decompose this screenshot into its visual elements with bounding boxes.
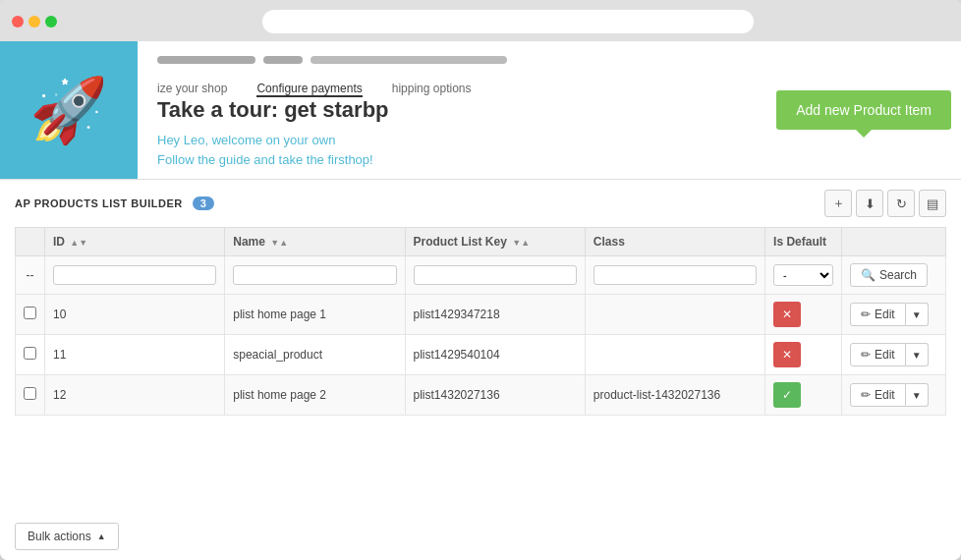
rocket-icon: 🚀 (29, 74, 108, 147)
filter-class-input[interactable] (594, 265, 757, 285)
browser-address-bar[interactable] (262, 10, 754, 33)
row-2-actions: ✏ Edit ▼ (841, 335, 945, 375)
bulk-actions-button[interactable]: Bulk actions (15, 523, 119, 550)
row-1-name: plist home page 1 (225, 295, 405, 335)
progress-pill-1 (157, 56, 255, 64)
row-3-id: 12 (45, 375, 225, 416)
browser-window: 🚀 ize your shop Configure payments hippi… (0, 0, 961, 560)
row-2-status-button[interactable]: ✕ (773, 342, 801, 367)
filter-name-input[interactable] (233, 265, 396, 285)
row-2-edit-button[interactable]: ✏ Edit (850, 343, 906, 366)
nav-link-shipping[interactable]: hipping options (392, 82, 472, 97)
plk-sort-icon[interactable]: ▼▲ (512, 238, 530, 248)
row-1-class (585, 295, 764, 335)
refresh-icon-button[interactable]: ↻ (887, 190, 915, 217)
dot-red[interactable] (12, 16, 24, 28)
table-row: 11 speacial_product plist1429540104 ✕ ✏ … (16, 335, 946, 375)
nav-link-shop[interactable]: ize your shop (157, 82, 227, 97)
count-badge: 3 (193, 196, 214, 210)
th-name-label: Name (233, 235, 265, 249)
browser-dots (12, 16, 57, 28)
row-3-is-default: ✓ (765, 375, 842, 416)
filter-name-cell (225, 256, 405, 295)
row-1-actions: ✏ Edit ▼ (841, 295, 945, 335)
th-id: ID ▲▼ (45, 228, 225, 256)
nav-link-payments[interactable]: Configure payments (256, 82, 362, 97)
row-3-name: plist home page 2 (225, 375, 405, 416)
th-checkbox (16, 228, 45, 256)
row-2-edit-group: ✏ Edit ▼ (850, 343, 937, 366)
table-row: 12 plist home page 2 plist1432027136 pro… (16, 375, 946, 416)
add-product-button[interactable]: Add new Product Item (776, 90, 951, 130)
row-3-checkbox[interactable] (24, 387, 36, 400)
th-id-label: ID (53, 235, 65, 249)
row-1-edit-dropdown[interactable]: ▼ (906, 303, 929, 326)
row-3-checkbox-cell (16, 375, 45, 416)
row-2-is-default: ✕ (765, 335, 842, 375)
subtitle-line2: Follow the guide and take the firsthop! (157, 152, 373, 167)
row-1-checkbox-cell (16, 295, 45, 335)
th-is-default-label: Is Default (773, 235, 826, 249)
filter-is-default-cell: - Yes No (765, 256, 842, 295)
database-icon-button[interactable]: ▤ (919, 190, 946, 217)
row-1-edit-label: Edit (875, 308, 895, 321)
filter-id-cell (45, 256, 225, 295)
row-2-plk: plist1429540104 (405, 335, 585, 375)
progress-pill-3 (311, 56, 507, 64)
row-2-edit-label: Edit (875, 348, 895, 362)
filter-is-default-select[interactable]: - Yes No (773, 264, 833, 286)
page-content: 🚀 ize your shop Configure payments hippi… (0, 41, 961, 560)
table-actions: ＋ ⬇ ↻ ▤ (824, 190, 946, 217)
dot-green[interactable] (45, 16, 57, 28)
th-actions (841, 228, 945, 256)
th-product-list-key: Product List Key ▼▲ (405, 228, 585, 256)
pencil-icon: ✏ (861, 388, 871, 402)
row-2-name: speacial_product (225, 335, 405, 375)
row-3-edit-button[interactable]: ✏ Edit (850, 383, 906, 407)
row-3-edit-label: Edit (875, 388, 895, 402)
row-1-plk: plist1429347218 (405, 295, 585, 335)
pencil-icon: ✏ (861, 308, 871, 321)
th-class-label: Class (594, 235, 625, 249)
progress-pill-2 (263, 56, 303, 64)
th-class: Class (585, 228, 764, 256)
search-button[interactable]: 🔍 Search (850, 263, 928, 287)
dot-yellow[interactable] (28, 16, 40, 28)
row-1-status-button[interactable]: ✕ (773, 302, 801, 327)
rocket-area: 🚀 (0, 41, 138, 179)
row-3-edit-group: ✏ Edit ▼ (850, 383, 937, 407)
id-sort-icon[interactable]: ▲▼ (70, 238, 87, 248)
row-1-id: 10 (45, 295, 225, 335)
row-1-checkbox[interactable] (24, 307, 36, 319)
row-2-class (585, 335, 764, 375)
section-title: AP PRODUCTS LIST BUILDER (15, 197, 183, 209)
th-is-default: Is Default (765, 228, 842, 256)
products-table: ID ▲▼ Name ▼▲ Product List Key ▼▲ Clas (15, 227, 946, 416)
filter-id-input[interactable] (53, 265, 216, 285)
row-2-edit-dropdown[interactable]: ▼ (906, 343, 929, 366)
name-sort-icon[interactable]: ▼▲ (270, 238, 288, 248)
filter-plk-cell (405, 256, 585, 295)
row-3-plk: plist1432027136 (405, 375, 585, 416)
filter-plk-input[interactable] (414, 265, 577, 285)
search-icon: 🔍 (861, 268, 876, 282)
th-name: Name ▼▲ (225, 228, 405, 256)
add-icon-button[interactable]: ＋ (824, 190, 852, 217)
pencil-icon: ✏ (861, 348, 871, 362)
row-3-status-button[interactable]: ✓ (773, 382, 801, 408)
row-1-is-default: ✕ (765, 295, 842, 335)
row-1-edit-group: ✏ Edit ▼ (850, 303, 937, 326)
progress-bar-row (157, 56, 941, 64)
browser-chrome (0, 0, 961, 41)
subtitle-line1: Hey Leo, welcome on your own (157, 133, 335, 147)
row-3-edit-dropdown[interactable]: ▼ (906, 383, 929, 407)
filter-search-cell: 🔍 Search (841, 256, 945, 295)
download-icon-button[interactable]: ⬇ (856, 190, 883, 217)
table-row: 10 plist home page 1 plist1429347218 ✕ ✏… (16, 295, 946, 335)
table-header-row: AP PRODUCTS LIST BUILDER 3 ＋ ⬇ ↻ ▤ (15, 190, 946, 217)
filter-row: -- (16, 256, 946, 295)
onboarding-subtitle: Hey Leo, welcome on your own Follow the … (157, 131, 941, 169)
filter-dash: -- (16, 256, 45, 295)
row-1-edit-button[interactable]: ✏ Edit (850, 303, 906, 326)
row-2-checkbox[interactable] (24, 347, 36, 360)
